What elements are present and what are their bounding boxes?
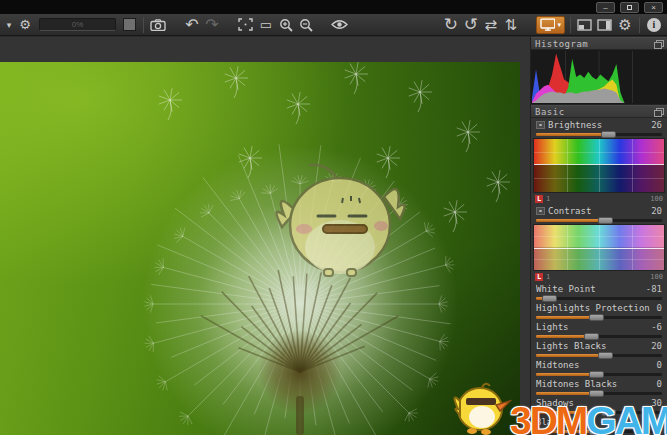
slider-handle[interactable] xyxy=(542,295,557,302)
curve-line[interactable] xyxy=(534,248,664,249)
layout-left-panel-button[interactable] xyxy=(576,16,594,34)
slider-fill xyxy=(536,335,591,338)
zoom-out-icon xyxy=(299,18,313,32)
detach-panel-icon[interactable] xyxy=(654,108,663,116)
maximize-icon xyxy=(627,5,632,10)
info-button[interactable]: i xyxy=(645,16,663,34)
rotate-cw-button[interactable]: ↻ xyxy=(442,16,460,34)
slider-label: Midtones xyxy=(536,360,657,370)
close-button[interactable]: × xyxy=(644,2,663,13)
luminosity-channel-badge[interactable]: L xyxy=(535,195,543,203)
settings-gears-icon[interactable]: ⚙ xyxy=(16,16,34,34)
flip-horizontal-button[interactable]: ⇄ xyxy=(482,16,500,34)
flip-vertical-button[interactable]: ⇅ xyxy=(502,16,520,34)
slider-value[interactable]: 20 xyxy=(651,341,662,351)
camera-icon xyxy=(150,19,166,31)
slider-fill xyxy=(536,354,605,357)
luminosity-channel-badge[interactable]: L xyxy=(535,273,543,281)
slider-label: Lights Blacks xyxy=(536,341,651,351)
watermark-text: 3DMGAME™ xyxy=(510,401,667,435)
basic-section-header[interactable]: Basic xyxy=(531,105,667,118)
photo-editor-window: – × ▾ ⚙ 0% ↶ ↷ ▭ xyxy=(0,0,667,435)
zoom-in-button[interactable] xyxy=(277,16,295,34)
maximize-button[interactable] xyxy=(620,2,639,13)
slider-row-contrast: Contrast20 xyxy=(531,204,667,223)
slider-value[interactable]: 0 xyxy=(657,360,662,370)
slider-handle[interactable] xyxy=(601,131,616,138)
snapshot-camera-button[interactable] xyxy=(149,16,167,34)
slider-track[interactable] xyxy=(536,354,662,357)
toolbar-separator xyxy=(639,17,640,33)
histogram-display xyxy=(531,50,667,105)
slider-value[interactable]: 0 xyxy=(657,303,662,313)
range-max: 100 xyxy=(650,195,663,203)
photo-dandelion xyxy=(0,62,520,435)
redo-button[interactable]: ↷ xyxy=(203,16,221,34)
color-swatch-button[interactable] xyxy=(123,18,136,31)
layout-right-panel-button[interactable] xyxy=(596,16,614,34)
marquee-select-button[interactable]: ▭ xyxy=(257,16,275,34)
slider-row-midtones: Midtones0 xyxy=(531,358,667,377)
slider-label: Brightness xyxy=(548,120,651,130)
range-min: 1 xyxy=(546,273,550,281)
slider-value[interactable]: 26 xyxy=(651,120,662,130)
histogram-section-header[interactable]: Histogram xyxy=(531,37,667,50)
preferences-gear-button[interactable]: ⚙ xyxy=(616,16,634,34)
slider-track[interactable] xyxy=(536,219,662,222)
slider-fill xyxy=(536,219,605,222)
main-toolbar: ▾ ⚙ 0% ↶ ↷ ▭ xyxy=(0,14,667,36)
slider-value[interactable]: -6 xyxy=(651,322,662,332)
range-min: 1 xyxy=(546,195,550,203)
chevron-down-icon: ▾ xyxy=(557,21,561,29)
display-mode-button[interactable]: ▾ xyxy=(536,16,565,34)
slider-row-highlights-protection: Highlights Protection0 xyxy=(531,301,667,320)
watermark-game: GAME xyxy=(586,399,667,435)
curve-range-row: L 1 100 xyxy=(531,194,667,204)
image-canvas[interactable] xyxy=(0,37,530,435)
slider-handle[interactable] xyxy=(589,314,604,321)
tone-curve-editor-brightness[interactable] xyxy=(533,138,665,193)
slider-value[interactable]: -81 xyxy=(646,284,662,294)
slider-track[interactable] xyxy=(536,133,662,136)
detach-panel-icon[interactable] xyxy=(654,40,663,48)
titlebar: – × xyxy=(0,0,667,14)
zoom-out-button[interactable] xyxy=(297,16,315,34)
slider-track[interactable] xyxy=(536,335,662,338)
slider-handle[interactable] xyxy=(598,217,613,224)
toolbar-separator xyxy=(143,17,144,33)
visibility-toggle-icon[interactable] xyxy=(536,207,545,215)
undo-button[interactable]: ↶ xyxy=(183,16,201,34)
slider-label: Lights xyxy=(536,322,651,332)
visibility-toggle-icon[interactable] xyxy=(536,121,545,129)
tone-curve-editor-contrast[interactable] xyxy=(533,224,665,271)
curve-line[interactable] xyxy=(534,164,664,165)
progress-bar: 0% xyxy=(39,18,116,31)
chick-mascot-icon xyxy=(452,381,516,435)
panel-left-icon xyxy=(577,19,592,31)
info-icon: i xyxy=(647,18,661,32)
slider-track[interactable] xyxy=(536,373,662,376)
slider-handle[interactable] xyxy=(598,352,613,359)
toolbar-separator xyxy=(570,17,571,33)
slider-label: Highlights Protection xyxy=(536,303,657,313)
rotate-ccw-button[interactable]: ↺ xyxy=(462,16,480,34)
slider-handle[interactable] xyxy=(584,333,599,340)
slider-handle[interactable] xyxy=(589,371,604,378)
fit-to-screen-button[interactable] xyxy=(237,16,255,34)
zoom-in-icon xyxy=(279,18,293,32)
slider-fill xyxy=(536,373,596,376)
chevron-down-icon[interactable]: ▾ xyxy=(4,16,14,34)
slider-fill xyxy=(536,133,608,136)
basic-title: Basic xyxy=(535,107,654,117)
slider-row-lights-blacks: Lights Blacks20 xyxy=(531,339,667,358)
fit-screen-icon xyxy=(238,18,253,31)
slider-row-brightness: Brightness26 xyxy=(531,118,667,137)
monitor-icon xyxy=(540,18,556,31)
minimize-button[interactable]: – xyxy=(596,2,615,13)
slider-value[interactable]: 20 xyxy=(651,206,662,216)
slider-track[interactable] xyxy=(536,316,662,319)
slider-row-lights: Lights-6 xyxy=(531,320,667,339)
preview-toggle-button[interactable] xyxy=(331,16,349,34)
slider-track[interactable] xyxy=(536,297,662,300)
chick-sticker-overlay xyxy=(0,62,520,435)
